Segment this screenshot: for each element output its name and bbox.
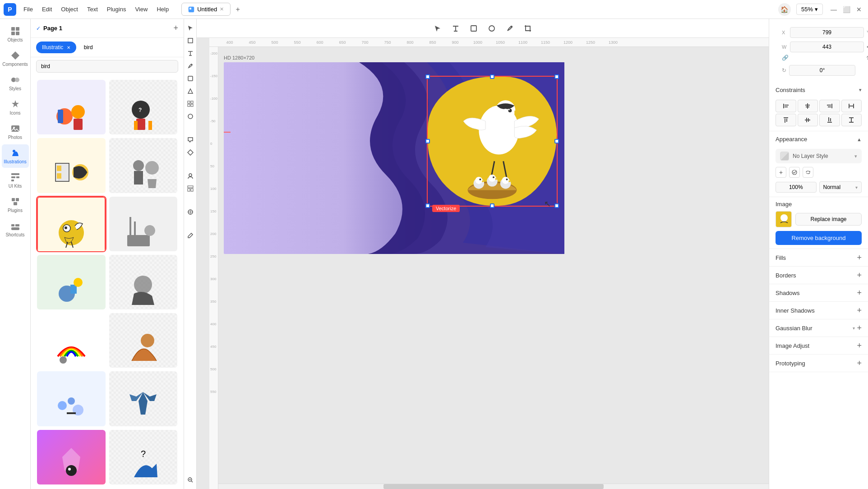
w-input[interactable] [790,42,864,52]
frame-mode-button[interactable] [466,21,481,36]
pen-mode-button[interactable] [503,21,517,36]
triangle-tool-button[interactable] [185,86,196,97]
canvas-frame[interactable]: Vectorize ↖ [224,62,564,254]
list-item[interactable] [108,254,179,310]
gaussian-blur-add-button[interactable]: + [857,324,862,332]
crop-mode-button[interactable] [521,21,535,36]
list-item[interactable] [36,137,106,194]
shadows-add-button[interactable]: + [857,289,862,297]
apply-style-button[interactable] [789,167,800,178]
frame-tool-button[interactable] [185,35,196,46]
appearance-header[interactable]: Appearance ▲ [769,131,868,147]
circle-tool-button[interactable] [185,111,196,122]
inner-shadows-header[interactable]: Inner Shadows + [769,302,868,319]
grid-tool-button[interactable] [185,98,196,109]
sidebar-item-illustrations[interactable]: Illustrations [2,144,29,168]
menu-help[interactable]: Help [153,4,172,14]
minimize-button[interactable]: — [828,4,839,15]
shape-mode-button[interactable] [485,21,499,36]
sidebar-item-styles[interactable]: Styles [2,71,29,95]
text-mode-button[interactable] [448,21,463,36]
menu-text[interactable]: Text [83,4,102,14]
align-bottom-button[interactable] [819,114,840,126]
select-tool-button[interactable] [185,23,196,33]
list-item[interactable] [36,254,106,310]
component-tool-button[interactable] [185,147,196,158]
app-icon-tool-button[interactable] [185,171,196,181]
align-justify-v-button[interactable] [841,114,862,126]
zoom-out-button[interactable] [185,475,196,485]
borders-header[interactable]: Borders + [769,267,868,284]
image-adjust-add-button[interactable]: + [857,341,862,350]
fills-header[interactable]: Fills + [769,249,868,266]
selection-handle-mr[interactable] [554,139,559,143]
align-justify-h-button[interactable] [841,100,862,112]
pencil-tool-button[interactable] [185,230,196,241]
menu-file[interactable]: File [20,4,37,14]
list-item[interactable] [36,429,106,485]
vectorize-badge[interactable]: Vectorize [432,205,460,212]
zoom-control[interactable]: 55% ▾ [796,4,823,15]
list-item[interactable]: ? [108,79,179,135]
gaussian-blur-header[interactable]: Gaussian Blur ▾ + [769,319,868,337]
selection-handle-tm[interactable] [490,74,494,79]
constraints-header[interactable]: Constraints ▾ [769,82,868,98]
menu-plugins[interactable]: Plugins [103,4,130,14]
maximize-button[interactable]: ⬜ [841,4,852,15]
sidebar-item-shortcuts[interactable]: Shortcuts [2,217,29,241]
sidebar-item-plugins[interactable]: Plugins [2,193,29,217]
tab-bird[interactable]: bird [78,42,99,53]
component2-button[interactable] [185,207,196,217]
comment-tool-button[interactable] [185,134,196,145]
refresh-style-button[interactable] [803,167,813,178]
replace-image-button[interactable]: Replace image [795,213,862,226]
text-tool-button[interactable] [185,48,196,59]
list-item[interactable] [36,79,106,135]
app-logo[interactable]: P [4,3,16,16]
sidebar-item-ui-kits[interactable]: UI Kits [2,169,29,192]
align-top-button[interactable] [776,114,796,126]
inner-shadows-add-button[interactable]: + [857,306,862,314]
menu-edit[interactable]: Edit [38,4,55,14]
list-item[interactable] [36,370,106,427]
prototyping-header[interactable]: Prototyping + [769,355,868,372]
tab-illustratic-close[interactable]: ✕ [67,45,70,50]
selection-handle-bl[interactable] [425,203,430,208]
remove-background-button[interactable]: Remove background [776,231,862,245]
list-item[interactable] [108,137,179,194]
borders-add-button[interactable]: + [857,271,862,279]
tab-untitled[interactable]: Untitled ✕ [181,3,231,16]
tab-close-button[interactable]: ✕ [220,6,224,12]
aspect-ratio-lock-icon[interactable]: 🔗 [782,55,864,61]
list-item[interactable] [36,312,106,369]
sidebar-item-icons[interactable]: Icons [2,96,29,119]
menu-view[interactable]: View [131,4,151,14]
selection-handle-tr[interactable] [554,74,559,79]
selection-handle-ml[interactable] [425,139,430,143]
prototyping-add-button[interactable]: + [857,359,862,367]
menu-object[interactable]: Object [57,4,82,14]
list-item[interactable] [108,370,179,427]
align-center-h-button[interactable] [798,100,818,112]
search-input[interactable] [36,60,178,73]
selection-handle-bm[interactable] [490,203,494,208]
horizontal-scrollbar[interactable] [218,484,769,489]
tab-add-button[interactable]: + [232,4,243,15]
image-adjust-header[interactable]: Image Adjust + [769,337,868,354]
home-button[interactable]: 🏠 [778,3,791,16]
illustration-selection-box[interactable]: Vectorize [427,76,558,207]
list-item[interactable] [108,312,179,369]
list-item[interactable]: ? [108,429,179,485]
sidebar-item-photos[interactable]: Photos [2,120,29,143]
selection-handle-br[interactable] [554,203,559,208]
rotation-input[interactable] [789,65,855,76]
align-center-v-button[interactable] [798,114,818,126]
opacity-input[interactable] [776,182,817,193]
sidebar-item-components[interactable]: Components [2,47,29,70]
tab-illustratic[interactable]: Illustratic ✕ [36,42,76,53]
no-layer-style-row[interactable]: No Layer Style ▾ [776,149,862,163]
add-page-button[interactable]: + [173,23,178,33]
align-left-button[interactable] [776,100,796,112]
shadows-header[interactable]: Shadows + [769,284,868,301]
align-right-button[interactable] [819,100,840,112]
